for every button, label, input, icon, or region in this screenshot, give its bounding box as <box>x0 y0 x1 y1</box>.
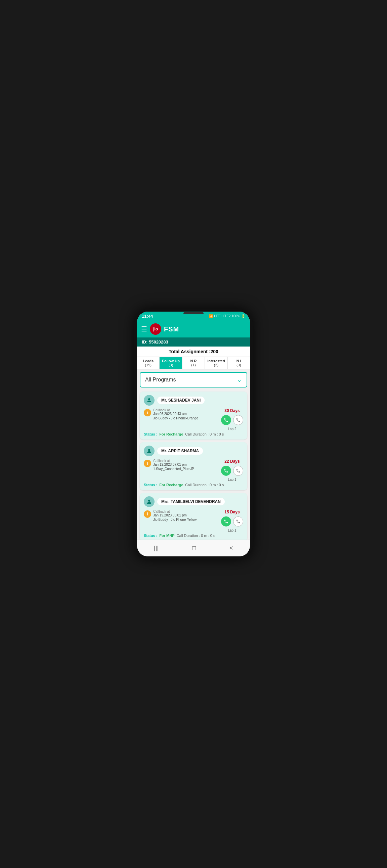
call-grey-btn-1[interactable] <box>233 415 243 425</box>
call-green-btn-3[interactable] <box>221 517 231 527</box>
lap-text-3: Lap 1 <box>228 529 236 532</box>
home-btn[interactable]: □ <box>187 543 201 553</box>
person-icon-1 <box>144 395 154 406</box>
tab-interested[interactable]: Interested (2) <box>205 357 228 369</box>
call-buttons-1 <box>221 415 243 425</box>
card-3-details: i Callback at Jan 19,2023 05:01 pm Jio B… <box>144 510 243 532</box>
person-icon-2 <box>144 445 154 456</box>
call-duration-1: Call Duration : 0 m : 0 s <box>185 432 224 436</box>
programs-dropdown[interactable]: All Programs ⌄ <box>140 372 247 388</box>
call-buttons-3 <box>221 517 243 527</box>
days-lap-1: 30 Days Lap 2 <box>221 408 243 431</box>
call-green-btn-2[interactable] <box>221 466 231 476</box>
tab-followup[interactable]: Follow Up (3) <box>159 357 182 369</box>
status-value-3: For MNP <box>159 533 174 537</box>
days-badge-3: 15 Days <box>225 510 240 515</box>
nav-bar: ☰ jio FSM <box>137 321 250 338</box>
card-2-details: i Callback at Jan 12,2023 07:01 pm 1.Sta… <box>144 459 243 482</box>
programs-label: All Programs <box>145 377 176 383</box>
phone-screen: 11:44 📶 LTE1 LTE2 100% 🔋 ☰ jio FSM ID: 5… <box>137 312 250 556</box>
days-lap-2: 22 Days Lap 1 <box>221 459 243 482</box>
card-2-info: i Callback at Jan 12,2023 07:01 pm 1.Sta… <box>144 459 221 471</box>
card-1-details: i Callback at Jan 06,2023 09:43 am Jio B… <box>144 408 243 431</box>
info-icon-2: i <box>144 460 151 467</box>
status-label-1: Status : <box>144 432 157 436</box>
status-value-1: For Recharge <box>159 432 183 436</box>
svg-point-0 <box>148 398 150 400</box>
battery-icon: 🔋 <box>241 314 245 318</box>
card-3-status: Status : For MNP Call Duration : 0 m : 0… <box>144 533 243 537</box>
info-icon-3: i <box>144 510 151 518</box>
jio-logo-text: jio <box>153 327 158 332</box>
call-grey-btn-2[interactable] <box>233 466 243 476</box>
card-1-status: Status : For Recharge Call Duration : 0 … <box>144 432 243 436</box>
status-label-3: Status : <box>144 533 157 537</box>
status-time: 11:44 <box>142 314 153 319</box>
tab-nr[interactable]: N R (1) <box>182 357 205 369</box>
status-value-2: For Recharge <box>159 483 183 487</box>
card-3-header: Mrs. TAMILSELVI DEVENDRAN <box>144 496 243 507</box>
program-name-2: 1.Stay_Connected_Plus:JP <box>153 467 194 471</box>
card-2-status: Status : For Recharge Call Duration : 0 … <box>144 483 243 487</box>
customer-name-3: Mrs. TAMILSELVI DEVENDRAN <box>157 498 225 505</box>
jio-logo: jio <box>150 323 161 335</box>
signal-icon: LTE1 <box>214 314 222 318</box>
callback-date-1: Jan 06,2023 09:43 am <box>153 412 198 416</box>
tabs-row: Leads (19) Follow Up (3) N R (1) Interes… <box>137 357 250 369</box>
status-icons: 📶 LTE1 LTE2 100% 🔋 <box>209 314 245 318</box>
total-assignment: Total Assignment :200 <box>137 346 250 357</box>
customer-name-2: Mr. ARPIT SHARMA <box>157 447 203 455</box>
battery-text: 100% <box>232 314 240 318</box>
customer-card-3: Mrs. TAMILSELVI DEVENDRAN i Callback at … <box>140 493 247 539</box>
call-buttons-2 <box>221 466 243 476</box>
call-grey-btn-3[interactable] <box>233 517 243 527</box>
call-duration-3: Call Duration : 0 m : 0 s <box>177 533 215 537</box>
person-icon-3 <box>144 496 154 507</box>
days-badge-2: 22 Days <box>225 459 240 464</box>
wifi-icon: 📶 <box>209 314 213 318</box>
callback-label-1: Callback at <box>153 408 198 412</box>
customer-card-2: Mr. ARPIT SHARMA i Callback at Jan 12,20… <box>140 442 247 490</box>
info-icon-1: i <box>144 409 151 416</box>
days-badge-1: 30 Days <box>225 408 240 413</box>
recent-apps-btn[interactable]: ||| <box>148 543 164 553</box>
call-green-btn-1[interactable] <box>221 415 231 425</box>
tab-leads[interactable]: Leads (19) <box>137 357 159 369</box>
customer-card-1: Mr. SESHADEV JANI i Callback at Jan 06,2… <box>140 392 247 439</box>
app-title: FSM <box>164 326 179 333</box>
back-btn[interactable]: < <box>224 543 239 553</box>
chevron-down-icon: ⌄ <box>237 376 242 383</box>
hamburger-icon[interactable]: ☰ <box>141 326 147 333</box>
program-name-3: Jio Buddy - Jio Phone-Yellow <box>153 518 197 522</box>
svg-point-1 <box>148 449 150 451</box>
bottom-nav: ||| □ < <box>137 539 250 556</box>
status-label-2: Status : <box>144 483 157 487</box>
call-duration-2: Call Duration : 0 m : 0 s <box>185 483 224 487</box>
card-2-header: Mr. ARPIT SHARMA <box>144 445 243 456</box>
customer-name-1: Mr. SESHADEV JANI <box>157 397 205 404</box>
card-1-header: Mr. SESHADEV JANI <box>144 395 243 406</box>
callback-label-3: Callback at <box>153 510 197 514</box>
card-1-info: i Callback at Jan 06,2023 09:43 am Jio B… <box>144 408 221 420</box>
tab-ni[interactable]: N I (3) <box>228 357 250 369</box>
id-text: ID: 55020283 <box>142 339 168 344</box>
callback-date-2: Jan 12,2023 07:01 pm <box>153 463 194 466</box>
signal2-icon: LTE2 <box>223 314 231 318</box>
total-assignment-text: Total Assignment :200 <box>169 349 218 354</box>
phone-shell: 11:44 📶 LTE1 LTE2 100% 🔋 ☰ jio FSM ID: 5… <box>135 309 252 559</box>
card-3-info: i Callback at Jan 19,2023 05:01 pm Jio B… <box>144 510 221 522</box>
lap-text-2: Lap 1 <box>228 478 236 482</box>
customer-list: Mr. SESHADEV JANI i Callback at Jan 06,2… <box>137 390 250 539</box>
program-name-1: Jio Buddy - Jio Phone-Orange <box>153 416 198 420</box>
lap-text-1: Lap 2 <box>228 427 236 431</box>
days-lap-3: 15 Days Lap 1 <box>221 510 243 532</box>
phone-notch <box>183 312 204 314</box>
callback-label-2: Callback at <box>153 459 194 463</box>
svg-point-2 <box>148 500 150 502</box>
id-bar: ID: 55020283 <box>137 338 250 346</box>
callback-date-3: Jan 19,2023 05:01 pm <box>153 514 197 517</box>
